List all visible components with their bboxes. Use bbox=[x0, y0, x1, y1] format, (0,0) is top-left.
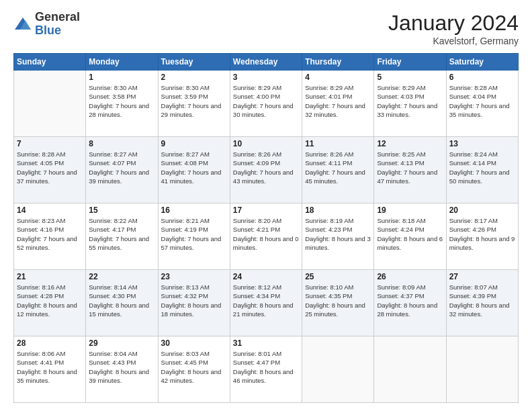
day-number: 20 bbox=[449, 205, 515, 215]
day-number: 9 bbox=[161, 139, 227, 148]
day-number: 22 bbox=[89, 272, 154, 281]
logo: General Blue bbox=[13, 11, 80, 38]
day-number: 15 bbox=[89, 205, 154, 215]
day-info: Sunrise: 8:14 AMSunset: 4:30 PMDaylight:… bbox=[89, 283, 154, 318]
day-info: Sunrise: 8:25 AMSunset: 4:13 PMDaylight:… bbox=[377, 150, 443, 185]
day-number: 12 bbox=[377, 139, 443, 148]
day-number: 8 bbox=[89, 139, 154, 148]
calendar-cell: 18Sunrise: 8:19 AMSunset: 4:23 PMDayligh… bbox=[302, 203, 374, 270]
day-info: Sunrise: 8:20 AMSunset: 4:21 PMDaylight:… bbox=[233, 216, 299, 252]
calendar-cell: 30Sunrise: 8:03 AMSunset: 4:45 PMDayligh… bbox=[158, 336, 230, 403]
day-info: Sunrise: 8:04 AMSunset: 4:43 PMDaylight:… bbox=[89, 349, 154, 385]
day-number: 29 bbox=[89, 338, 154, 348]
weekday-header-row: SundayMondayTuesdayWednesdayThursdayFrid… bbox=[14, 54, 519, 71]
day-info: Sunrise: 8:26 AMSunset: 4:09 PMDaylight:… bbox=[233, 150, 299, 185]
day-number: 6 bbox=[449, 73, 515, 82]
calendar-cell: 1Sunrise: 8:30 AMSunset: 3:58 PMDaylight… bbox=[86, 71, 158, 137]
calendar-cell: 24Sunrise: 8:12 AMSunset: 4:34 PMDayligh… bbox=[230, 270, 302, 336]
day-info: Sunrise: 8:16 AMSunset: 4:28 PMDaylight:… bbox=[17, 283, 83, 318]
calendar-cell: 29Sunrise: 8:04 AMSunset: 4:43 PMDayligh… bbox=[86, 336, 158, 403]
week-row-4: 21Sunrise: 8:16 AMSunset: 4:28 PMDayligh… bbox=[14, 270, 519, 336]
logo-icon bbox=[13, 15, 32, 34]
day-number: 5 bbox=[377, 73, 443, 82]
calendar-cell: 28Sunrise: 8:06 AMSunset: 4:41 PMDayligh… bbox=[14, 336, 86, 403]
day-number: 13 bbox=[449, 139, 515, 148]
calendar-cell: 8Sunrise: 8:27 AMSunset: 4:07 PMDaylight… bbox=[86, 137, 158, 203]
calendar-cell: 21Sunrise: 8:16 AMSunset: 4:28 PMDayligh… bbox=[14, 270, 86, 336]
day-number: 19 bbox=[377, 205, 443, 215]
day-info: Sunrise: 8:01 AMSunset: 4:47 PMDaylight:… bbox=[233, 349, 299, 385]
day-info: Sunrise: 8:13 AMSunset: 4:32 PMDaylight:… bbox=[161, 283, 227, 318]
day-number: 31 bbox=[233, 338, 299, 348]
day-number: 11 bbox=[305, 139, 371, 148]
day-info: Sunrise: 8:12 AMSunset: 4:34 PMDaylight:… bbox=[233, 283, 299, 318]
day-info: Sunrise: 8:22 AMSunset: 4:17 PMDaylight:… bbox=[89, 216, 154, 252]
day-number: 3 bbox=[233, 73, 299, 82]
day-info: Sunrise: 8:09 AMSunset: 4:37 PMDaylight:… bbox=[377, 283, 443, 318]
day-info: Sunrise: 8:06 AMSunset: 4:41 PMDaylight:… bbox=[17, 349, 83, 385]
weekday-header-thursday: Thursday bbox=[302, 54, 374, 71]
month-title: January 2024 bbox=[388, 11, 519, 36]
calendar-cell: 25Sunrise: 8:10 AMSunset: 4:35 PMDayligh… bbox=[302, 270, 374, 336]
calendar-cell: 22Sunrise: 8:14 AMSunset: 4:30 PMDayligh… bbox=[86, 270, 158, 336]
week-row-3: 14Sunrise: 8:23 AMSunset: 4:16 PMDayligh… bbox=[14, 203, 519, 270]
calendar-cell: 11Sunrise: 8:26 AMSunset: 4:11 PMDayligh… bbox=[302, 137, 374, 203]
calendar-cell: 20Sunrise: 8:17 AMSunset: 4:26 PMDayligh… bbox=[446, 203, 518, 270]
calendar-cell: 2Sunrise: 8:30 AMSunset: 3:59 PMDaylight… bbox=[158, 71, 230, 137]
day-info: Sunrise: 8:27 AMSunset: 4:08 PMDaylight:… bbox=[161, 150, 227, 185]
day-number: 14 bbox=[17, 205, 83, 215]
weekday-header-tuesday: Tuesday bbox=[158, 54, 230, 71]
day-number: 26 bbox=[377, 272, 443, 281]
day-number: 2 bbox=[161, 73, 227, 82]
calendar-cell: 9Sunrise: 8:27 AMSunset: 4:08 PMDaylight… bbox=[158, 137, 230, 203]
day-number: 25 bbox=[305, 272, 371, 281]
calendar-cell: 7Sunrise: 8:28 AMSunset: 4:05 PMDaylight… bbox=[14, 137, 86, 203]
calendar-cell: 17Sunrise: 8:20 AMSunset: 4:21 PMDayligh… bbox=[230, 203, 302, 270]
calendar-cell: 26Sunrise: 8:09 AMSunset: 4:37 PMDayligh… bbox=[374, 270, 446, 336]
week-row-5: 28Sunrise: 8:06 AMSunset: 4:41 PMDayligh… bbox=[14, 336, 519, 403]
calendar-cell: 16Sunrise: 8:21 AMSunset: 4:19 PMDayligh… bbox=[158, 203, 230, 270]
day-info: Sunrise: 8:29 AMSunset: 4:03 PMDaylight:… bbox=[377, 83, 443, 119]
calendar-cell bbox=[374, 336, 446, 403]
day-number: 16 bbox=[161, 205, 227, 215]
calendar-cell: 4Sunrise: 8:29 AMSunset: 4:01 PMDaylight… bbox=[302, 71, 374, 137]
weekday-header-wednesday: Wednesday bbox=[230, 54, 302, 71]
day-info: Sunrise: 8:29 AMSunset: 4:01 PMDaylight:… bbox=[305, 83, 371, 119]
day-number: 1 bbox=[89, 73, 154, 82]
calendar-cell: 6Sunrise: 8:28 AMSunset: 4:04 PMDaylight… bbox=[446, 71, 518, 137]
location: Kavelstorf, Germany bbox=[388, 36, 519, 46]
calendar-cell: 12Sunrise: 8:25 AMSunset: 4:13 PMDayligh… bbox=[374, 137, 446, 203]
calendar-cell: 15Sunrise: 8:22 AMSunset: 4:17 PMDayligh… bbox=[86, 203, 158, 270]
day-info: Sunrise: 8:21 AMSunset: 4:19 PMDaylight:… bbox=[161, 216, 227, 252]
logo-blue-text: Blue bbox=[35, 24, 61, 37]
day-number: 24 bbox=[233, 272, 299, 281]
header: General Blue January 2024 Kavelstorf, Ge… bbox=[13, 11, 519, 46]
day-info: Sunrise: 8:07 AMSunset: 4:39 PMDaylight:… bbox=[449, 283, 515, 318]
calendar-cell bbox=[14, 71, 86, 137]
day-number: 21 bbox=[17, 272, 83, 281]
day-info: Sunrise: 8:23 AMSunset: 4:16 PMDaylight:… bbox=[17, 216, 83, 252]
day-info: Sunrise: 8:30 AMSunset: 3:58 PMDaylight:… bbox=[89, 83, 154, 119]
day-number: 28 bbox=[17, 338, 83, 348]
day-info: Sunrise: 8:30 AMSunset: 3:59 PMDaylight:… bbox=[161, 83, 227, 119]
day-info: Sunrise: 8:27 AMSunset: 4:07 PMDaylight:… bbox=[89, 150, 154, 185]
calendar-cell: 19Sunrise: 8:18 AMSunset: 4:24 PMDayligh… bbox=[374, 203, 446, 270]
day-info: Sunrise: 8:28 AMSunset: 4:04 PMDaylight:… bbox=[449, 83, 515, 119]
day-info: Sunrise: 8:29 AMSunset: 4:00 PMDaylight:… bbox=[233, 83, 299, 119]
logo-general-text: General bbox=[35, 10, 80, 24]
title-block: January 2024 Kavelstorf, Germany bbox=[388, 11, 519, 46]
week-row-2: 7Sunrise: 8:28 AMSunset: 4:05 PMDaylight… bbox=[14, 137, 519, 203]
day-info: Sunrise: 8:28 AMSunset: 4:05 PMDaylight:… bbox=[17, 150, 83, 185]
day-info: Sunrise: 8:17 AMSunset: 4:26 PMDaylight:… bbox=[449, 216, 515, 252]
calendar-cell: 23Sunrise: 8:13 AMSunset: 4:32 PMDayligh… bbox=[158, 270, 230, 336]
day-number: 27 bbox=[449, 272, 515, 281]
weekday-header-sunday: Sunday bbox=[14, 54, 86, 71]
day-info: Sunrise: 8:10 AMSunset: 4:35 PMDaylight:… bbox=[305, 283, 371, 318]
calendar-cell: 13Sunrise: 8:24 AMSunset: 4:14 PMDayligh… bbox=[446, 137, 518, 203]
day-number: 10 bbox=[233, 139, 299, 148]
day-number: 23 bbox=[161, 272, 227, 281]
day-info: Sunrise: 8:19 AMSunset: 4:23 PMDaylight:… bbox=[305, 216, 371, 252]
calendar-cell: 14Sunrise: 8:23 AMSunset: 4:16 PMDayligh… bbox=[14, 203, 86, 270]
calendar-cell bbox=[302, 336, 374, 403]
weekday-header-saturday: Saturday bbox=[446, 54, 518, 71]
